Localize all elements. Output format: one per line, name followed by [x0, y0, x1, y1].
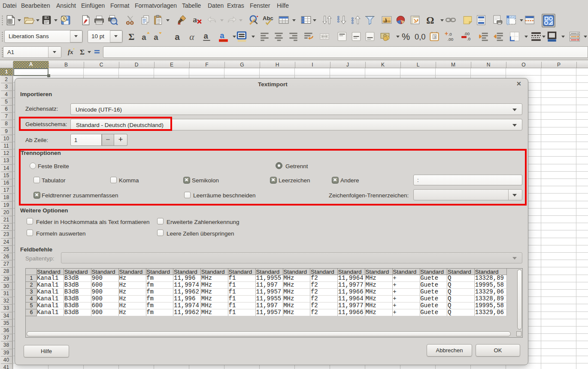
- svg-text:a: a: [220, 31, 224, 40]
- svg-text:0,0: 0,0: [415, 32, 426, 41]
- svg-text:Σ: Σ: [80, 48, 85, 56]
- svg-text:fx: fx: [68, 48, 73, 55]
- svg-text:.00: .00: [448, 37, 454, 42]
- svg-text:a: a: [154, 33, 158, 42]
- svg-text:a: a: [142, 33, 146, 42]
- svg-text:a: a: [193, 15, 197, 24]
- svg-text:a: a: [203, 31, 208, 40]
- svg-text:+: +: [445, 31, 448, 37]
- svg-text:.0: .0: [449, 32, 452, 36]
- svg-text:.0: .0: [467, 36, 471, 41]
- svg-text:Abc: Abc: [263, 15, 273, 21]
- svg-text:3: 3: [433, 35, 436, 39]
- svg-text:a: a: [175, 32, 180, 42]
- svg-text:.00: .00: [464, 31, 470, 36]
- svg-text:Ω: Ω: [426, 15, 434, 26]
- svg-text:α: α: [189, 32, 194, 42]
- svg-text:Σ: Σ: [128, 32, 134, 42]
- svg-text:%: %: [402, 31, 410, 42]
